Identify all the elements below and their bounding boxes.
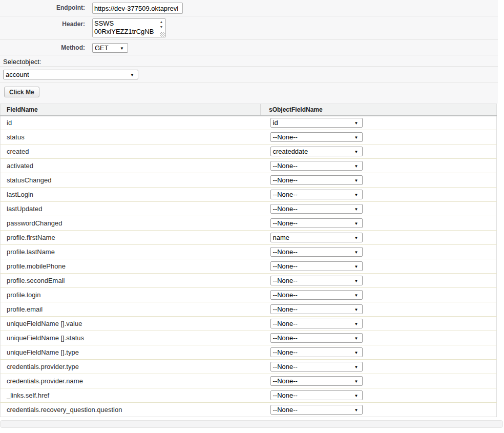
table-row: credentials.recovery_question.question -… [1,403,497,417]
mapping-select[interactable]: --None-- ▼ [270,132,363,142]
mapping-select[interactable]: --None-- ▼ [270,362,363,372]
mapping-cell: --None-- ▼ [261,130,497,145]
object-select[interactable]: account ▼ [3,70,138,79]
mapping-select[interactable]: --None-- ▼ [270,276,363,285]
header-field[interactable]: SSWS 00RxiYEZZ1trCgNBY [93,19,157,37]
method-row: Method: GET ▼ [0,40,498,55]
mapping-select-value: --None-- [273,162,298,170]
table-row: uniqueFieldName [].type --None-- ▼ [1,345,497,360]
mapping-select[interactable]: --None-- ▼ [270,161,363,171]
textarea-scrollbar[interactable]: ▲ ▼ [157,19,165,37]
mapping-cell: --None-- ▼ [261,302,497,317]
mapping-cell: --None-- ▼ [261,216,497,231]
table-row: lastLogin --None-- ▼ [1,188,497,202]
field-name-cell: activated [1,159,261,173]
mapping-select-value: createddate [273,148,308,155]
table-row: uniqueFieldName [].value --None-- ▼ [1,317,497,331]
mapping-select-value: --None-- [273,291,298,299]
mapping-select[interactable]: --None-- ▼ [270,261,363,271]
mapping-select-value: --None-- [273,348,298,356]
mapping-select-value: --None-- [273,305,298,313]
click-me-button[interactable]: Click Me [4,87,39,97]
button-row: Click Me [0,83,498,104]
field-name-cell: credentials.provider.name [1,374,261,388]
scroll-down-icon[interactable]: ▼ [160,25,163,29]
mapping-cell: --None-- ▼ [261,173,497,188]
table-row: credentials.provider.name --None-- ▼ [1,374,497,388]
chevron-down-icon: ▼ [354,305,359,314]
table-row: id id ▼ [1,116,497,130]
endpoint-row: Endpoint: [0,0,498,16]
mapping-select-value: --None-- [273,262,298,270]
mapping-cell: --None-- ▼ [261,288,497,302]
mapping-select-value: --None-- [273,377,298,385]
mapping-select-value: name [273,234,290,241]
mapping-cell: name ▼ [261,231,497,245]
chevron-down-icon: ▼ [354,276,359,285]
scroll-up-icon[interactable]: ▲ [160,20,163,24]
chevron-down-icon: ▼ [130,70,134,79]
mapping-select[interactable]: --None-- ▼ [270,390,363,400]
mapping-select[interactable]: --None-- ▼ [270,290,363,300]
mapping-select[interactable]: --None-- ▼ [270,376,363,386]
field-name-cell: lastLogin [1,188,261,202]
mapping-cell: --None-- ▼ [261,403,497,417]
mapping-select[interactable]: --None-- ▼ [270,190,363,199]
mapping-cell: id ▼ [261,116,497,130]
table-row: profile.email --None-- ▼ [1,302,497,317]
endpoint-label: Endpoint: [0,0,85,11]
mapping-select[interactable]: --None-- ▼ [270,319,363,328]
method-select-value: GET [95,44,109,52]
resize-grip-icon[interactable] [160,32,165,37]
mapping-select[interactable]: --None-- ▼ [270,347,363,357]
mapping-select[interactable]: --None-- ▼ [270,304,363,314]
chevron-down-icon: ▼ [354,391,359,400]
mapping-select[interactable]: --None-- ▼ [270,405,363,415]
mapping-cell: --None-- ▼ [261,317,497,331]
mapping-select[interactable]: createddate ▼ [270,147,363,156]
selectobject-label: Selectobject: [0,55,498,67]
method-select[interactable]: GET ▼ [92,43,128,53]
field-name-cell: uniqueFieldName [].value [1,317,261,331]
mapping-select[interactable]: --None-- ▼ [270,333,363,343]
mapping-select[interactable]: --None-- ▼ [270,204,363,214]
mapping-select[interactable]: --None-- ▼ [270,175,363,185]
field-name-cell: created [1,145,261,159]
mapping-select-value: --None-- [273,320,298,327]
mapping-select-value: --None-- [273,191,298,198]
method-label: Method: [0,40,85,51]
bottom-section [0,420,503,428]
mapping-select[interactable]: --None-- ▼ [270,247,363,257]
chevron-down-icon: ▼ [354,262,359,271]
mapping-select-value: id [273,119,278,127]
mapping-cell: --None-- ▼ [261,259,497,274]
mapping-select-value: --None-- [273,391,298,399]
endpoint-field[interactable] [92,3,183,14]
column-header-sobjectfieldname: sObjectFieldName [261,104,497,116]
chevron-down-icon: ▼ [354,291,359,299]
mapping-select[interactable]: --None-- ▼ [270,218,363,228]
table-row: lastUpdated --None-- ▼ [1,202,497,216]
mapping-select-value: --None-- [273,363,298,370]
field-mapping-table: FieldName sObjectFieldName id id ▼ statu… [0,104,497,417]
mapping-cell: createddate ▼ [261,145,497,159]
table-row: uniqueFieldName [].status --None-- ▼ [1,331,497,345]
mapping-select-value: --None-- [273,277,298,284]
table-row: profile.mobilePhone --None-- ▼ [1,259,497,274]
mapping-table-body: id id ▼ status --None-- ▼ created create… [1,116,497,417]
field-name-cell: profile.secondEmail [1,274,261,288]
mapping-cell: --None-- ▼ [261,202,497,216]
chevron-down-icon: ▼ [354,161,359,170]
chevron-down-icon: ▼ [354,118,359,127]
mapping-cell: --None-- ▼ [261,345,497,360]
table-row: created createddate ▼ [1,145,497,159]
field-name-cell: profile.login [1,288,261,302]
table-row: _links.self.href --None-- ▼ [1,388,497,403]
field-name-cell: statusChanged [1,173,261,188]
request-form: Endpoint: Header: SSWS 00RxiYEZZ1trCgNBY… [0,0,498,104]
mapping-select[interactable]: id ▼ [270,118,363,128]
mapping-select[interactable]: name ▼ [270,233,363,242]
mapping-cell: --None-- ▼ [261,159,497,173]
field-name-cell: _links.self.href [1,388,261,403]
selectobject-row: account ▼ [0,67,498,83]
